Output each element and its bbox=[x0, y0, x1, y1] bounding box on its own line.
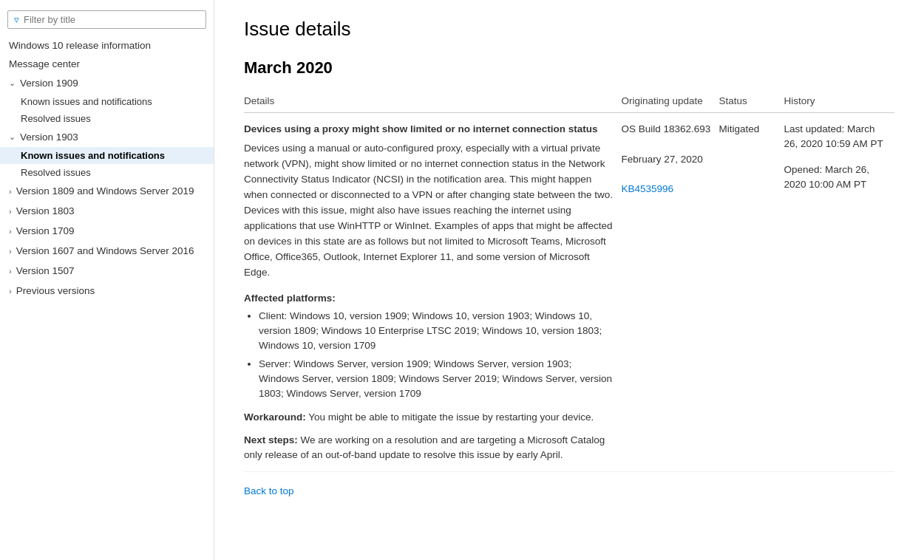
issue-table: Details Originating update Status Histor… bbox=[244, 89, 894, 472]
col-header-history: History bbox=[784, 89, 894, 113]
sidebar-item-message-center[interactable]: Message center bbox=[0, 55, 214, 73]
issue-details-cell: Devices using a proxy might show limited… bbox=[244, 113, 621, 472]
issue-title: Devices using a proxy might show limited… bbox=[244, 122, 614, 137]
sidebar-item-v1909-resolved[interactable]: Resolved issues bbox=[0, 110, 214, 127]
issue-body: Devices using a manual or auto-configure… bbox=[244, 143, 613, 277]
affected-list: Client: Windows 10, version 1909; Window… bbox=[259, 309, 614, 402]
history-last-updated: Last updated: March 26, 2020 10:59 AM PT bbox=[784, 122, 887, 152]
kb-link[interactable]: KB4535996 bbox=[621, 183, 673, 194]
workaround: Workaround: You might be able to mitigat… bbox=[244, 410, 614, 425]
history-cell: Last updated: March 26, 2020 10:59 AM PT… bbox=[784, 113, 894, 472]
sidebar-section-v1809[interactable]: › Version 1809 and Windows Server 2019 bbox=[0, 181, 214, 201]
chevron-down-icon: ⌄ bbox=[9, 132, 16, 142]
chevron-right-icon: › bbox=[9, 287, 12, 296]
sidebar-item-win10-release[interactable]: Windows 10 release information bbox=[0, 36, 214, 55]
col-header-status: Status bbox=[719, 89, 784, 113]
chevron-right-icon: › bbox=[9, 247, 12, 256]
next-steps: Next steps: We are working on a resoluti… bbox=[244, 433, 614, 463]
server-bullet: Server: Windows Server, version 1909; Wi… bbox=[259, 357, 614, 402]
filter-icon: ▿ bbox=[14, 14, 19, 25]
originating-cell: OS Build 18362.693 February 27, 2020 KB4… bbox=[621, 113, 719, 472]
sidebar: ▿ Windows 10 release information Message… bbox=[0, 0, 214, 560]
chevron-right-icon: › bbox=[9, 267, 12, 276]
chevron-down-icon: ⌄ bbox=[9, 78, 16, 88]
affected-header: Affected platforms: bbox=[244, 291, 614, 306]
sidebar-item-v1903-resolved[interactable]: Resolved issues bbox=[0, 164, 214, 181]
history-opened: Opened: March 26, 2020 10:00 AM PT bbox=[784, 163, 887, 193]
nextsteps-label: Next steps: bbox=[244, 434, 298, 445]
sidebar-item-v1909-known[interactable]: Known issues and notifications bbox=[0, 93, 214, 110]
workaround-label: Workaround: bbox=[244, 412, 306, 423]
month-heading: March 2020 bbox=[244, 58, 894, 78]
main-content: Issue details March 2020 Details Origina… bbox=[214, 0, 924, 560]
status-cell: Mitigated bbox=[719, 113, 784, 472]
workaround-text: You might be able to mitigate the issue … bbox=[306, 412, 594, 423]
sidebar-section-v1507[interactable]: › Version 1507 bbox=[0, 261, 214, 281]
originating-date: February 27, 2020 bbox=[621, 152, 711, 167]
status-badge: Mitigated bbox=[719, 123, 759, 134]
col-header-details: Details bbox=[244, 89, 621, 113]
chevron-right-icon: › bbox=[9, 187, 12, 196]
sidebar-section-v1909[interactable]: ⌄ Version 1909 bbox=[0, 73, 214, 93]
page-title: Issue details bbox=[244, 18, 894, 41]
sidebar-section-v1709[interactable]: › Version 1709 bbox=[0, 221, 214, 241]
sidebar-section-prev[interactable]: › Previous versions bbox=[0, 281, 214, 301]
sidebar-section-v1803[interactable]: › Version 1803 bbox=[0, 201, 214, 221]
chevron-right-icon: › bbox=[9, 207, 12, 216]
col-header-originating: Originating update bbox=[621, 89, 719, 113]
originating-build: OS Build 18362.693 bbox=[621, 122, 711, 137]
sidebar-section-v1903[interactable]: ⌄ Version 1903 bbox=[0, 127, 214, 147]
client-bullet: Client: Windows 10, version 1909; Window… bbox=[259, 309, 614, 354]
table-row: Devices using a proxy might show limited… bbox=[244, 113, 894, 472]
chevron-right-icon: › bbox=[9, 227, 12, 236]
sidebar-section-v1607[interactable]: › Version 1607 and Windows Server 2016 bbox=[0, 241, 214, 261]
nextsteps-text: We are working on a resolution and are t… bbox=[244, 434, 605, 460]
filter-box[interactable]: ▿ bbox=[7, 10, 206, 29]
filter-input[interactable] bbox=[24, 14, 200, 25]
sidebar-item-v1903-known[interactable]: Known issues and notifications bbox=[0, 147, 214, 164]
back-to-top-link[interactable]: Back to top bbox=[244, 485, 294, 496]
